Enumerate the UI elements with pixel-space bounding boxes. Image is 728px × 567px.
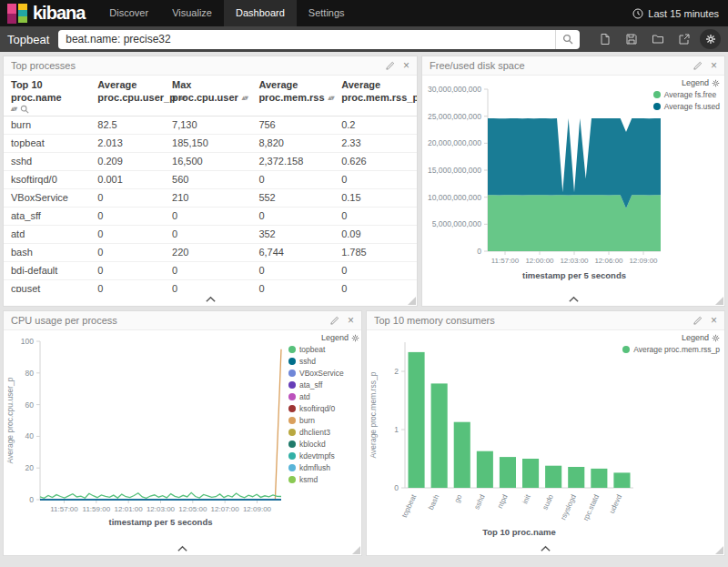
legend-item-average-fs-free[interactable]: Average fs.free [653, 90, 720, 99]
tick-label: 0 [29, 495, 34, 504]
tick-label: 20,000,000,000 [428, 138, 481, 147]
bar-udevd[interactable] [613, 472, 630, 488]
tick-label: 1 [394, 425, 399, 434]
cpu-legend: Legend topbeatsshdVBoxServiceata_sffatdk… [288, 330, 361, 542]
area-fs-free[interactable] [488, 195, 661, 251]
column-header-5[interactable]: Averageproc.mem.rss_p▴▾ [334, 76, 417, 116]
column-header-4[interactable]: Averageproc.mem.rss▴▾ [251, 76, 334, 116]
search-button[interactable] [555, 30, 580, 49]
close-panel-icon[interactable]: × [348, 315, 354, 326]
dashboard-title: Topbeat [7, 33, 49, 46]
legend-item-average-fs-used[interactable]: Average fs.used [653, 102, 720, 111]
table-header-row: Top 10 proc.name▴▾Averageproc.cpu.user_p… [4, 76, 417, 116]
legend-item-kdmflush[interactable]: kdmflush [288, 463, 359, 472]
bar-label: rsyslogd [559, 493, 578, 521]
resize-handle[interactable] [352, 546, 360, 554]
bar-label: ntpd [496, 493, 510, 510]
table-row: bash02206,7441.785 [4, 243, 417, 261]
column-search-icon[interactable] [20, 105, 29, 114]
legend-item-sshd[interactable]: sshd [288, 357, 359, 366]
resize-handle[interactable] [715, 546, 723, 554]
collapse-panel-chevron[interactable] [205, 296, 217, 303]
nav-item-discover[interactable]: Discover [97, 0, 160, 26]
legend-item-atd[interactable]: atd [288, 392, 359, 401]
edit-panel-icon[interactable] [693, 316, 703, 326]
bar-rsyslogd[interactable] [568, 467, 584, 488]
open-dashboard-button[interactable] [647, 29, 668, 49]
table-row: ksoftirqd/00.00156000 [4, 170, 417, 188]
time-picker[interactable]: Last 15 minutes [632, 0, 728, 26]
bar-label: rpc.statd [581, 493, 601, 522]
panel-title: Top 10 memory consumers [374, 315, 693, 326]
sort-icon[interactable]: ▴▾ [329, 94, 334, 103]
legend-item-kdevtmpfs[interactable]: kdevtmpfs [288, 451, 359, 461]
settings-gear-icon [705, 34, 716, 45]
legend-item-average-proc-mem-rss-p[interactable]: Average proc.mem.rss_p [622, 345, 720, 354]
legend-color-dot [653, 91, 661, 98]
nav-item-settings[interactable]: Settings [297, 0, 357, 26]
bar-topbeat[interactable] [409, 352, 425, 488]
panel-cpu-usage: CPU usage per process × 02040608010011:5… [3, 310, 362, 556]
tick-label: 60 [25, 400, 35, 410]
dashboard-options-button[interactable] [700, 29, 721, 49]
tick-label: 15,000,000,000 [428, 166, 481, 175]
bar-sshd[interactable] [477, 451, 493, 488]
edit-panel-icon[interactable] [329, 316, 339, 326]
area-fs-used[interactable] [488, 118, 661, 208]
sort-icon[interactable]: ▴▾ [242, 94, 248, 103]
legend-item-topbeat[interactable]: topbeat [288, 345, 359, 354]
legend-item-ksoftirqd-0[interactable]: ksoftirqd/0 [288, 404, 359, 413]
legend-item-burn[interactable]: burn [288, 416, 359, 425]
legend-header[interactable]: Legend [622, 333, 720, 342]
kibana-logo[interactable]: kibana [0, 0, 97, 26]
collapse-panel-chevron[interactable] [177, 545, 188, 552]
bar-rpc-statd[interactable] [591, 469, 607, 488]
table-row: burn82.57,1307560.2 [4, 116, 417, 134]
nav-item-dashboard[interactable]: Dashboard [224, 0, 297, 26]
save-dashboard-button[interactable] [621, 29, 642, 49]
search-input[interactable] [58, 30, 555, 49]
legend-item-vboxservice[interactable]: VBoxService [288, 369, 359, 378]
legend-header[interactable]: Legend [288, 333, 359, 342]
bar-init[interactable] [522, 459, 539, 488]
edit-panel-icon[interactable] [385, 61, 395, 71]
table-row: sshd0.20916,5002,372.1580.626 [4, 152, 417, 170]
close-panel-icon[interactable]: × [711, 60, 717, 71]
legend-item-ata-sff[interactable]: ata_sff [288, 380, 359, 390]
collapse-panel-chevron[interactable] [540, 545, 551, 552]
new-dashboard-button[interactable] [594, 29, 615, 49]
close-panel-icon[interactable]: × [711, 315, 717, 326]
collapse-panel-chevron[interactable] [568, 296, 580, 303]
dashboard-toolbar: Topbeat [0, 26, 728, 52]
tick-label: 2 [394, 367, 399, 376]
legend-item-kblockd[interactable]: kblockd [288, 440, 359, 449]
legend-item-ksmd[interactable]: ksmd [288, 475, 359, 484]
edit-panel-icon[interactable] [693, 61, 703, 71]
legend-color-dot [288, 452, 296, 460]
top-processes-tbody: burn82.57,1307560.2topbeat2.013185,1508,… [4, 116, 417, 292]
bar-bash[interactable] [431, 383, 448, 488]
column-header-3[interactable]: Maxproc.cpu.user▴▾ [165, 76, 251, 116]
resize-handle[interactable] [408, 297, 416, 305]
sort-icon[interactable]: ▴▾ [11, 105, 16, 114]
column-header-2[interactable]: Averageproc.cpu.user_p▴▾ [90, 76, 165, 116]
nav-item-visualize[interactable]: Visualize [160, 0, 224, 26]
bar-label: topbeat [400, 492, 419, 519]
close-panel-icon[interactable]: × [403, 60, 410, 71]
bar-ntpd[interactable] [500, 457, 516, 488]
bar-sudo[interactable] [545, 466, 561, 488]
legend-color-dot [288, 429, 296, 436]
bar-go[interactable] [454, 422, 470, 488]
legend-color-dot [288, 393, 296, 400]
tick-label: 10,000,000,000 [428, 193, 481, 202]
open-folder-icon [652, 33, 664, 46]
resize-handle[interactable] [715, 297, 723, 305]
share-dashboard-button[interactable] [673, 29, 694, 49]
column-header-1[interactable]: Top 10 proc.name▴▾ [4, 76, 90, 116]
legend-color-dot [288, 440, 296, 448]
legend-item-dhclient3[interactable]: dhclient3 [288, 428, 359, 437]
x-axis-label: timestamp per 5 seconds [522, 270, 626, 280]
legend-header[interactable]: Legend [653, 78, 720, 87]
tick-label: 80 [25, 369, 35, 378]
bar-label: sshd [472, 493, 486, 511]
